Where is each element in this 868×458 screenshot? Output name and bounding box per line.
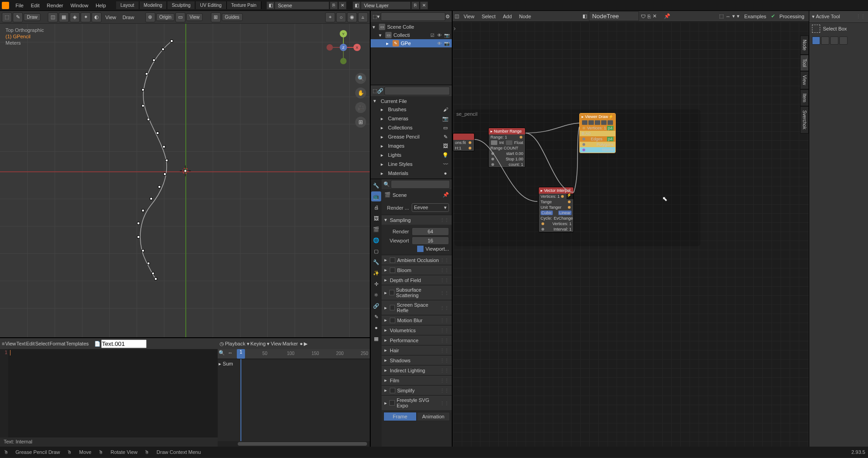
- channels-icon[interactable]: ↔: [228, 350, 236, 357]
- tree-browse-icon[interactable]: ◧: [582, 13, 587, 19]
- snapping-icon[interactable]: ⌖: [325, 12, 335, 22]
- node-vi-mode[interactable]: CubicLinear: [539, 210, 573, 216]
- ws-modeling[interactable]: Modeling: [139, 1, 168, 9]
- menu-render[interactable]: Render: [43, 1, 67, 10]
- sec-checkbox[interactable]: [390, 388, 395, 393]
- tree-new-icon[interactable]: ⎘: [648, 14, 651, 19]
- sec-sampling[interactable]: ▾Sampling⋮⋮: [382, 215, 452, 225]
- filter-icon[interactable]: ⚙: [445, 14, 450, 20]
- sec-motion-blur[interactable]: ▸Motion Blur⋮⋮: [382, 315, 452, 325]
- vtab-view[interactable]: View: [800, 71, 809, 89]
- examples-dropdown[interactable]: Examples: [741, 13, 769, 20]
- nodetree-input[interactable]: [589, 11, 639, 21]
- viewport-canvas[interactable]: Top Orthographic (1) GPencil Meters Y X: [0, 24, 370, 337]
- scroll-thumb[interactable]: [238, 442, 367, 446]
- timeline-type-icon[interactable]: ◷: [220, 341, 224, 347]
- ne-view[interactable]: View: [461, 13, 477, 20]
- viewlayer-input[interactable]: [361, 1, 411, 10]
- prop-search-icon[interactable]: 🔍: [383, 181, 390, 187]
- scene-delete-icon[interactable]: ✕: [338, 1, 347, 10]
- tree-del-icon[interactable]: ✕: [653, 13, 657, 19]
- db-mode-icon[interactable]: 🔗: [377, 88, 383, 94]
- outliner-type-icon[interactable]: ⬚: [373, 14, 377, 20]
- node-scene-objects[interactable]: ons:fit H:1: [453, 133, 475, 151]
- outliner-scene-collection[interactable]: ▾▭Scene Colle: [371, 23, 452, 31]
- tool-icon-2[interactable]: ▦: [59, 12, 69, 22]
- tab-output-icon[interactable]: 🖨: [371, 202, 381, 212]
- menu-help[interactable]: Help: [92, 1, 110, 10]
- view-menu[interactable]: View: [102, 14, 119, 21]
- tab-data-icon[interactable]: ✎: [371, 312, 381, 322]
- proportional-icon[interactable]: ○: [336, 12, 346, 22]
- toggle-animation[interactable]: Animation: [417, 412, 450, 421]
- ne-add[interactable]: Add: [500, 13, 515, 20]
- camera-small-icon[interactable]: 📷: [444, 32, 450, 38]
- ne-select[interactable]: Select: [479, 13, 499, 20]
- outliner-display-icon[interactable]: ▾: [377, 14, 380, 20]
- ne-iconA[interactable]: ⬚: [719, 13, 724, 19]
- tab-world-icon[interactable]: 🌐: [371, 235, 381, 245]
- sec-freestyle-svg-expo[interactable]: ▸Freestyle SVG Expo⋮⋮: [382, 396, 452, 410]
- node-canvas[interactable]: › se_pencil ons:fit H:1 ▸ Number Range R…: [453, 22, 809, 447]
- db-materials[interactable]: ▸Materials●: [371, 169, 452, 178]
- te-templates[interactable]: Templates: [66, 341, 89, 346]
- origin-dropdown[interactable]: Origin: [156, 13, 175, 21]
- scene-browse-icon[interactable]: ◧: [266, 1, 275, 10]
- sec-checkbox[interactable]: [389, 400, 395, 406]
- view-dropdown[interactable]: View: [186, 13, 203, 21]
- node-vd-icons[interactable]: [580, 120, 615, 125]
- db-lights[interactable]: ▸Lights💡: [371, 150, 452, 160]
- sec-volumetrics[interactable]: ▸Volumetrics⋮⋮: [382, 325, 452, 335]
- timeline-ruler[interactable]: 🔍 ↔ 1 50 100 150 200 250: [218, 349, 370, 359]
- nodeed-type-icon[interactable]: ◫: [454, 13, 459, 19]
- te-view[interactable]: View: [5, 341, 16, 346]
- tab-particles-icon[interactable]: ✢: [371, 279, 381, 289]
- tab-physics-icon[interactable]: ⚛: [371, 290, 381, 300]
- check-icon[interactable]: ✔: [771, 13, 775, 19]
- sec-bloom[interactable]: ▸Bloom⋮⋮: [382, 265, 452, 275]
- tool-icon-5[interactable]: ◐: [92, 12, 102, 22]
- ne-node[interactable]: Node: [516, 13, 534, 20]
- sec-performance[interactable]: ▸Performance⋮⋮: [382, 335, 452, 345]
- toggle-frame[interactable]: Frame: [383, 412, 417, 421]
- active-tool-header[interactable]: ▾ Active Tool⋮⋮: [809, 11, 868, 23]
- te-select[interactable]: Select: [35, 341, 49, 346]
- tl-play-icon[interactable]: ▶: [304, 341, 307, 347]
- outliner-gpencil-object[interactable]: ▸✎GPe 👁📷: [371, 39, 452, 47]
- vtab-sverchok[interactable]: Sverchok: [800, 106, 809, 134]
- timeline-scrollbar[interactable]: [218, 441, 370, 447]
- db-collections[interactable]: ▸Collections▭: [371, 123, 452, 132]
- summary-row[interactable]: ▸ Sum: [219, 361, 233, 367]
- overlay-icon-b[interactable]: ▵: [358, 12, 368, 22]
- db-gpencil[interactable]: ▸Grease Pencil✎: [371, 132, 452, 141]
- node-nr-mode[interactable]: IntFloat: [489, 140, 525, 145]
- sec-depth-of-field[interactable]: ▸Depth of Field⋮⋮: [382, 275, 452, 285]
- datablocks-search[interactable]: [384, 87, 450, 95]
- filter-icon[interactable]: 🔍: [219, 350, 227, 357]
- tab-constraint-icon[interactable]: 🔗: [371, 301, 381, 311]
- ws-uvediting[interactable]: UV Editing: [195, 1, 226, 9]
- outliner-search[interactable]: [381, 12, 445, 21]
- viewport-denoise-checkbox[interactable]: [417, 246, 424, 252]
- tool-icon-3[interactable]: ◈: [70, 12, 80, 22]
- editor-type-icon[interactable]: ⬚: [2, 12, 12, 22]
- render-engine-dropdown[interactable]: Eevee▾: [412, 203, 449, 212]
- text-editor-body[interactable]: 1: [0, 349, 218, 437]
- camera-icon[interactable]: ▭: [175, 12, 185, 22]
- selmode-subtract-icon[interactable]: [830, 36, 838, 45]
- origin-icon[interactable]: ⊕: [145, 12, 155, 22]
- te-edit[interactable]: Edit: [26, 341, 35, 346]
- tl-playback[interactable]: Playback ▾: [225, 341, 250, 347]
- te-text[interactable]: Text: [16, 341, 26, 346]
- tab-viewlayer-icon[interactable]: 🖼: [371, 213, 381, 223]
- pencil-icon[interactable]: ✎: [13, 12, 23, 22]
- sec-simplify[interactable]: ▸Simplify⋮⋮: [382, 386, 452, 395]
- node-nr-stop[interactable]: Stop 1.00: [489, 156, 525, 162]
- sec-film[interactable]: ▸Film⋮⋮: [382, 376, 452, 385]
- db-current-file[interactable]: ▾Current File: [371, 97, 452, 105]
- playhead[interactable]: 1: [237, 349, 245, 359]
- db-cameras[interactable]: ▸Cameras📷: [371, 114, 452, 123]
- sec-checkbox[interactable]: [390, 318, 395, 323]
- tool-icon-4[interactable]: ✦: [81, 12, 91, 22]
- layer-delete-icon[interactable]: ✕: [420, 1, 428, 10]
